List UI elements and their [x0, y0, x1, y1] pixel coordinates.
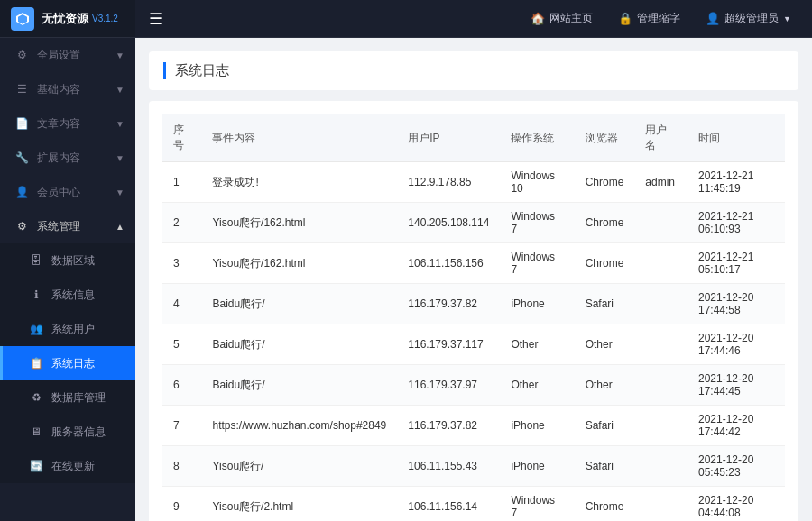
page-header: 系统日志 [149, 51, 798, 90]
sidebar-item-system-mgmt[interactable]: ⚙ 系统管理 ▲ [0, 209, 135, 243]
extend-icon: 🔧 [14, 150, 30, 166]
log-table: 序号 事件内容 用户IP 操作系统 浏览器 用户名 时间 1 登录成功! 112… [162, 114, 785, 521]
cell-os: iPhone [500, 446, 574, 487]
cell-id: 2 [162, 203, 201, 243]
col-ip: 用户IP [397, 114, 500, 162]
manager-button[interactable]: 🔒 管理缩字 [611, 7, 687, 30]
col-event: 事件内容 [201, 114, 397, 162]
cell-browser: Chrome [575, 162, 635, 203]
cell-os: Windows 7 [500, 203, 574, 243]
cell-id: 4 [162, 284, 201, 324]
sidebar-item-member-center[interactable]: 👤 会员中心 ▼ [0, 175, 135, 209]
cell-browser: Chrome [575, 487, 635, 522]
cell-browser: Other [575, 365, 635, 406]
table-body: 1 登录成功! 112.9.178.85 Windows 10 Chrome a… [162, 162, 785, 522]
cell-user [634, 487, 687, 522]
cell-ip: 106.11.155.43 [397, 446, 500, 487]
cell-user [634, 446, 687, 487]
server-icon: 🖥 [28, 424, 44, 440]
settings-icon: ⚙ [14, 47, 30, 63]
logo-icon [11, 7, 34, 31]
cell-os: iPhone [500, 406, 574, 446]
cell-ip: 106.11.156.156 [397, 243, 500, 284]
sidebar-item-system-user[interactable]: 👥 系统用户 [0, 312, 135, 346]
cell-ip: 116.179.37.82 [397, 284, 500, 324]
topbar-right: 🏠 网站主页 🔒 管理缩字 👤 超级管理员 ▼ [523, 7, 798, 30]
cell-user [634, 284, 687, 324]
cell-browser: Safari [575, 446, 635, 487]
table-row: 9 Yisou爬行/2.html 106.11.156.14 Windows 7… [162, 487, 785, 522]
cell-event: Baidu爬行/ [201, 284, 397, 324]
cell-ip: 116.179.37.97 [397, 365, 500, 406]
update-icon: 🔄 [28, 458, 44, 474]
sidebar: 无忧资源 V3.1.2 ⚙ 全局设置 ▼ ☰ 基础内容 ▼ 📄 文章内容 ▼ 🔧… [0, 0, 135, 521]
cell-browser: Safari [575, 284, 635, 324]
cell-event: Yisou爬行/162.html [201, 203, 397, 243]
cell-time: 2021-12-21 05:10:17 [687, 243, 785, 284]
sidebar-item-extend-content[interactable]: 🔧 扩展内容 ▼ [0, 141, 135, 175]
table-row: 2 Yisou爬行/162.html 140.205.108.114 Windo… [162, 203, 785, 243]
recycle-icon: ♻ [28, 389, 44, 406]
cell-time: 2021-12-20 17:44:45 [687, 365, 785, 406]
col-os: 操作系统 [500, 114, 574, 162]
arrow-icon6: ▲ [115, 222, 125, 232]
cell-id: 6 [162, 365, 201, 406]
cell-browser: Chrome [575, 243, 635, 284]
cell-id: 8 [162, 446, 201, 487]
arrow-icon5: ▼ [115, 187, 125, 197]
sidebar-item-system-info[interactable]: ℹ 系统信息 [0, 278, 135, 312]
table-row: 3 Yisou爬行/162.html 106.11.156.156 Window… [162, 243, 785, 284]
table-row: 7 https://www.huzhan.com/shop#2849 116.1… [162, 406, 785, 446]
sidebar-item-basic-content[interactable]: ☰ 基础内容 ▼ [0, 72, 135, 106]
sidebar-item-online-update[interactable]: 🔄 在线更新 [0, 449, 135, 483]
cell-id: 7 [162, 406, 201, 446]
cell-browser: Safari [575, 406, 635, 446]
cell-user [634, 243, 687, 284]
sidebar-item-article-content[interactable]: 📄 文章内容 ▼ [0, 106, 135, 141]
cell-os: Windows 10 [500, 162, 574, 203]
home-icon: 🏠 [531, 12, 545, 25]
sidebar-item-server-info[interactable]: 🖥 服务器信息 [0, 415, 135, 449]
cell-time: 2021-12-20 04:44:08 [687, 487, 785, 522]
table-row: 6 Baidu爬行/ 116.179.37.97 Other Other 202… [162, 365, 785, 406]
gear-icon: ⚙ [14, 218, 30, 234]
admin-icon: 👤 [706, 12, 720, 25]
sidebar-item-data-backup[interactable]: 🗄 数据区域 [0, 243, 135, 278]
col-browser: 浏览器 [575, 114, 635, 162]
cell-time: 2021-12-20 17:44:46 [687, 324, 785, 365]
table-row: 8 Yisou爬行/ 106.11.155.43 iPhone Safari 2… [162, 446, 785, 487]
cell-event: Baidu爬行/ [201, 324, 397, 365]
arrow-icon: ▼ [115, 50, 125, 60]
col-time: 时间 [687, 114, 785, 162]
cell-user [634, 203, 687, 243]
article-icon: 📄 [14, 115, 30, 132]
sidebar-item-system-log[interactable]: 📋 系统日志 [0, 346, 135, 380]
cell-event: https://www.huzhan.com/shop#2849 [201, 406, 397, 446]
table-header-row: 序号 事件内容 用户IP 操作系统 浏览器 用户名 时间 [162, 114, 785, 162]
logo-area: 无忧资源 V3.1.2 [0, 0, 135, 38]
col-user: 用户名 [634, 114, 687, 162]
cell-os: Other [500, 324, 574, 365]
site-link-button[interactable]: 🏠 网站主页 [523, 7, 600, 30]
cell-browser: Chrome [575, 203, 635, 243]
cell-event: Yisou爬行/162.html [201, 243, 397, 284]
arrow-icon3: ▼ [115, 119, 125, 129]
cell-os: Windows 7 [500, 243, 574, 284]
menu-toggle-button[interactable]: ☰ [149, 9, 163, 29]
main-area: ☰ 🏠 网站主页 🔒 管理缩字 👤 超级管理员 ▼ 系统日志 [135, 0, 812, 521]
cell-time: 2021-12-20 17:44:42 [687, 406, 785, 446]
cell-time: 2021-12-21 06:10:93 [687, 203, 785, 243]
info-icon: ℹ [28, 287, 44, 303]
cell-user [634, 365, 687, 406]
logo-version: V3.1.2 [92, 14, 118, 23]
cell-ip: 116.179.37.82 [397, 406, 500, 446]
sidebar-item-global-settings[interactable]: ⚙ 全局设置 ▼ [0, 38, 135, 72]
cell-ip: 140.205.108.114 [397, 203, 500, 243]
cell-browser: Other [575, 324, 635, 365]
sidebar-item-recycle-mgmt[interactable]: ♻ 数据库管理 [0, 380, 135, 415]
admin-button[interactable]: 👤 超级管理员 ▼ [698, 7, 798, 30]
cell-event: Baidu爬行/ [201, 365, 397, 406]
cell-event: Yisou爬行/2.html [201, 487, 397, 522]
topbar: ☰ 🏠 网站主页 🔒 管理缩字 👤 超级管理员 ▼ [135, 0, 812, 38]
sysuser-icon: 👥 [28, 321, 44, 337]
